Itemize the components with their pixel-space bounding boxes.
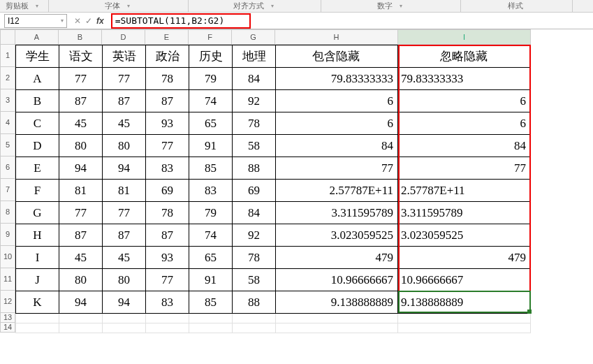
cell[interactable]: 83 <box>146 157 189 180</box>
cell[interactable]: 479 <box>398 247 531 269</box>
cell[interactable] <box>276 323 398 333</box>
ribbon-group-clipboard[interactable]: 剪贴板▾ <box>0 0 49 12</box>
row-header-14[interactable]: 14 <box>0 323 15 333</box>
cell[interactable] <box>276 314 398 323</box>
chevron-down-icon[interactable]: ▾ <box>36 3 38 9</box>
cell[interactable]: 58 <box>233 135 276 157</box>
row-header-3[interactable]: 3 <box>0 89 15 112</box>
col-header-F[interactable]: F <box>189 29 232 45</box>
fx-icon[interactable]: fx <box>96 16 104 26</box>
cell[interactable] <box>398 314 531 323</box>
cell[interactable]: 80 <box>103 269 146 291</box>
cell[interactable]: 77 <box>398 157 531 180</box>
col-header-B[interactable]: B <box>59 29 102 45</box>
row-header-2[interactable]: 2 <box>0 67 15 89</box>
ribbon-group-alignment[interactable]: 对齐方式▾ <box>189 0 321 12</box>
cell[interactable]: 94 <box>59 291 103 314</box>
cell[interactable]: 91 <box>189 269 233 291</box>
cell[interactable]: 77 <box>276 157 398 180</box>
cell[interactable]: 94 <box>103 291 146 314</box>
cell[interactable]: 历史 <box>189 45 233 68</box>
cell[interactable]: 85 <box>189 157 233 180</box>
cell[interactable]: 84 <box>233 202 276 224</box>
cell[interactable]: 88 <box>233 157 276 180</box>
chevron-down-icon[interactable]: ▾ <box>271 3 274 9</box>
cell[interactable]: 3.311595789 <box>276 202 398 224</box>
col-header-D[interactable]: D <box>102 29 145 45</box>
cell[interactable]: 2.57787E+11 <box>398 180 531 202</box>
row-header-9[interactable]: 9 <box>0 224 15 246</box>
cell[interactable]: 83 <box>189 180 233 202</box>
cell[interactable]: D <box>16 135 59 157</box>
row-header-13[interactable]: 13 <box>0 313 15 323</box>
cell[interactable]: 英语 <box>103 45 146 68</box>
row-header-8[interactable]: 8 <box>0 201 15 224</box>
cell[interactable] <box>16 323 59 333</box>
cell[interactable]: 87 <box>59 224 103 247</box>
grid[interactable]: 学生 语文 英语 政治 历史 地理 包含隐藏 忽略隐藏 A77777879847… <box>15 45 531 333</box>
select-all-corner[interactable] <box>0 29 15 45</box>
cell[interactable]: 94 <box>103 157 146 180</box>
cell[interactable]: 81 <box>103 180 146 202</box>
row-header-6[interactable]: 6 <box>0 156 15 179</box>
cell[interactable] <box>398 323 531 333</box>
cell[interactable]: 91 <box>189 135 233 157</box>
cell[interactable]: B <box>16 90 59 112</box>
row-header-12[interactable]: 12 <box>0 291 15 313</box>
col-header-G[interactable]: G <box>232 29 275 45</box>
cell[interactable]: 78 <box>146 68 189 90</box>
cell[interactable]: 地理 <box>233 45 276 68</box>
cell[interactable]: 87 <box>146 224 189 247</box>
cell[interactable]: 6 <box>398 112 531 135</box>
cell[interactable]: 79.83333333 <box>398 68 531 90</box>
cell[interactable] <box>146 314 189 323</box>
row-header-1[interactable]: 1 <box>0 45 15 67</box>
cell[interactable]: 3.023059525 <box>398 224 531 247</box>
cell[interactable]: 92 <box>233 224 276 247</box>
cell[interactable]: 69 <box>146 180 189 202</box>
cell[interactable]: 87 <box>59 90 103 112</box>
cell[interactable]: 69 <box>233 180 276 202</box>
cell[interactable]: I <box>16 247 59 269</box>
confirm-icon[interactable]: ✓ <box>85 16 92 26</box>
cell[interactable]: 93 <box>146 112 189 135</box>
cell[interactable] <box>189 314 233 323</box>
cell[interactable]: 77 <box>103 202 146 224</box>
cell[interactable]: 77 <box>103 68 146 90</box>
cell[interactable]: 学生 <box>16 45 59 68</box>
cell[interactable]: 58 <box>233 269 276 291</box>
cell[interactable]: C <box>16 112 59 135</box>
cell[interactable]: 79 <box>189 202 233 224</box>
cell[interactable] <box>233 323 276 333</box>
cell[interactable]: 10.96666667 <box>276 269 398 291</box>
cell[interactable]: 87 <box>103 90 146 112</box>
cell[interactable]: 77 <box>59 202 103 224</box>
cell[interactable]: 79 <box>189 68 233 90</box>
cell[interactable]: 80 <box>59 135 103 157</box>
cell[interactable]: 语文 <box>59 45 103 68</box>
cell[interactable]: 74 <box>189 224 233 247</box>
cell[interactable]: 83 <box>146 291 189 314</box>
cell[interactable]: G <box>16 202 59 224</box>
cell[interactable]: 87 <box>146 90 189 112</box>
cell[interactable]: 93 <box>146 247 189 269</box>
cell[interactable]: 78 <box>233 112 276 135</box>
ribbon-group-styles[interactable]: 样式 <box>461 0 573 12</box>
cell[interactable] <box>59 323 103 333</box>
cancel-icon[interactable]: ✕ <box>74 16 81 26</box>
row-header-10[interactable]: 10 <box>0 246 15 268</box>
cell[interactable]: 80 <box>59 269 103 291</box>
cell[interactable]: 94 <box>59 157 103 180</box>
cell[interactable]: 77 <box>59 68 103 90</box>
cell[interactable]: A <box>16 68 59 90</box>
cell[interactable]: 6 <box>398 90 531 112</box>
cell[interactable]: 政治 <box>146 45 189 68</box>
row-header-5[interactable]: 5 <box>0 134 15 156</box>
cell[interactable]: 45 <box>103 247 146 269</box>
cell[interactable]: E <box>16 157 59 180</box>
cell[interactable] <box>146 323 189 333</box>
cell[interactable]: 9.138888889 <box>276 291 398 314</box>
cell[interactable]: 85 <box>189 291 233 314</box>
cell[interactable]: 45 <box>59 112 103 135</box>
cell-I12[interactable]: 9.138888889 <box>398 291 531 314</box>
